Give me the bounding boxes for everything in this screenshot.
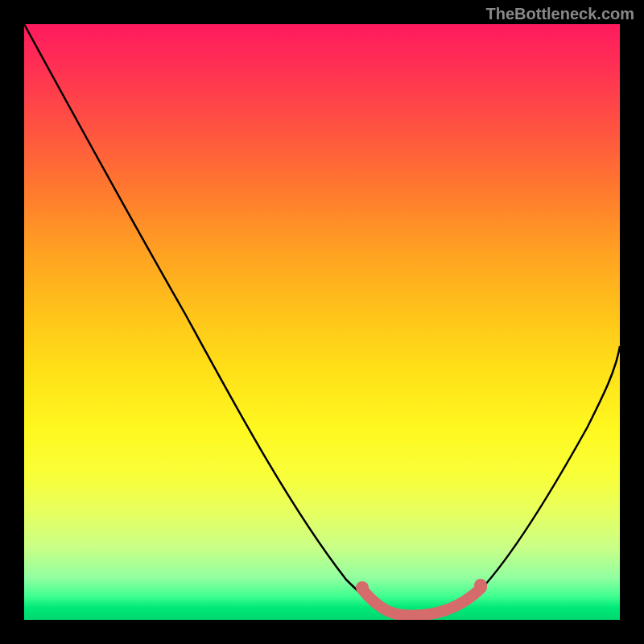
chart-svg <box>24 24 620 620</box>
attribution-text: TheBottleneck.com <box>486 5 634 23</box>
highlight-dot-left <box>356 581 369 594</box>
optimal-zone-highlight <box>362 588 481 616</box>
plot-area <box>24 24 620 620</box>
bottleneck-curve-path <box>24 24 620 617</box>
highlight-dot-right <box>474 579 487 592</box>
